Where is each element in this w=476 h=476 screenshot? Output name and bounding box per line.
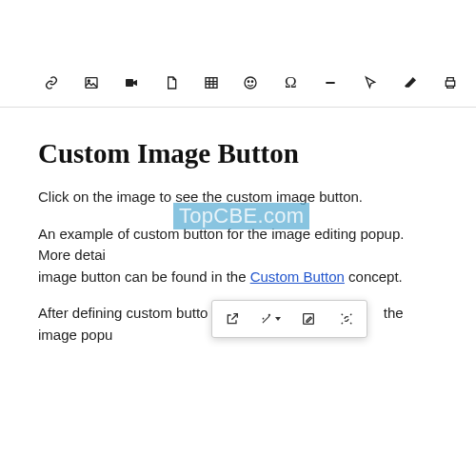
eraser-icon[interactable] <box>402 74 419 91</box>
horizontal-rule-icon[interactable] <box>322 74 339 91</box>
image-edit-popup <box>211 300 367 338</box>
svg-point-6 <box>252 81 253 82</box>
edit-icon[interactable] <box>298 308 319 329</box>
text: After defining custom butto <box>38 305 208 321</box>
image-icon[interactable] <box>83 74 100 91</box>
text: An example of custom button for the imag… <box>38 226 404 264</box>
open-external-icon[interactable] <box>222 308 243 329</box>
svg-point-1 <box>88 80 89 82</box>
file-icon[interactable] <box>163 74 180 91</box>
cursor-icon[interactable] <box>362 74 379 91</box>
page-heading: Custom Image Button <box>38 138 438 169</box>
custom-button-link[interactable]: Custom Button <box>250 268 345 285</box>
paragraph-2: An example of custom button for the imag… <box>38 224 438 288</box>
special-char-icon[interactable]: Ω <box>282 74 299 91</box>
svg-rect-2 <box>126 79 133 87</box>
svg-rect-7 <box>446 81 454 86</box>
smiley-icon[interactable] <box>243 74 260 91</box>
video-icon[interactable] <box>123 74 140 91</box>
chevron-down-icon <box>275 317 281 321</box>
unlink-icon[interactable] <box>336 308 357 329</box>
svg-point-5 <box>248 81 249 82</box>
print-icon[interactable] <box>442 74 459 91</box>
svg-point-4 <box>245 77 256 89</box>
svg-rect-3 <box>206 78 217 89</box>
paragraph-1: Click on the image to see the custom ima… <box>38 187 438 208</box>
text: image button can be found in the <box>38 268 250 285</box>
editor-toolbar: Ω <box>0 65 476 101</box>
table-icon[interactable] <box>203 74 220 91</box>
link-icon[interactable] <box>43 74 60 91</box>
magic-wand-icon[interactable] <box>260 308 281 329</box>
text: concept. <box>345 268 403 285</box>
